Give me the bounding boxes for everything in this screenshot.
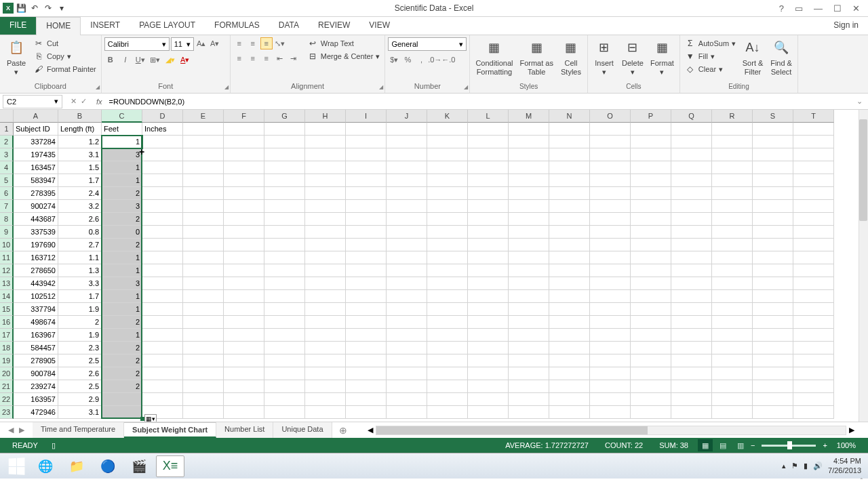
cell-R21[interactable] — [712, 380, 753, 393]
cell-E21[interactable] — [183, 380, 224, 393]
zoom-thumb[interactable] — [787, 441, 792, 449]
sheet-tab-subject-weight-chart[interactable]: Subject Weight Chart — [124, 422, 216, 438]
copy-button[interactable]: ⎘Copy ▾ — [31, 50, 98, 62]
dialog-launcher-icon[interactable]: ◢ — [96, 84, 100, 90]
conditional-formatting-button[interactable]: ▦Conditional Formatting — [473, 37, 515, 78]
paste-button[interactable]: 📋Paste▾ — [3, 37, 30, 78]
cell-K10[interactable] — [427, 239, 468, 251]
cell-M21[interactable] — [509, 380, 549, 393]
cell-O19[interactable] — [590, 354, 631, 367]
cell-S19[interactable] — [753, 354, 793, 367]
cell-K6[interactable] — [427, 187, 468, 200]
col-header-Q[interactable]: Q — [671, 110, 712, 123]
cell-T1[interactable] — [793, 123, 834, 136]
cell-T20[interactable] — [793, 367, 834, 380]
cell-A18[interactable]: 584457 — [14, 342, 58, 354]
cell-L13[interactable] — [468, 277, 509, 290]
sheet-tab-unique-data[interactable]: Unique Data — [273, 422, 332, 438]
cell-C15[interactable]: 1 — [102, 303, 142, 316]
cell-G11[interactable] — [264, 251, 305, 264]
cell-K1[interactable] — [427, 123, 468, 136]
col-header-C[interactable]: C — [102, 110, 142, 123]
cell-A3[interactable]: 197435 — [14, 148, 58, 161]
cell-H4[interactable] — [305, 161, 346, 174]
ribbon-options-icon[interactable]: ▭ — [795, 3, 803, 14]
cell-A14[interactable]: 102512 — [14, 290, 58, 303]
autofill-options-button[interactable]: ▦▾ — [144, 414, 157, 422]
format-as-table-button[interactable]: ▦Format as Table — [517, 37, 556, 78]
col-header-T[interactable]: T — [793, 110, 834, 123]
cell-R8[interactable] — [712, 213, 753, 226]
font-name-select[interactable]: Calibri▾ — [104, 37, 170, 51]
cell-B16[interactable]: 2 — [58, 316, 102, 329]
cell-N7[interactable] — [549, 200, 590, 213]
cell-G17[interactable] — [264, 329, 305, 342]
cell-D10[interactable] — [142, 239, 183, 251]
cell-L22[interactable] — [468, 393, 509, 406]
merge-center-button[interactable]: ⊟Merge & Center ▾ — [305, 50, 382, 62]
col-header-J[interactable]: J — [387, 110, 427, 123]
cell-F22[interactable] — [224, 393, 264, 406]
cell-L11[interactable] — [468, 251, 509, 264]
cell-S20[interactable] — [753, 367, 793, 380]
cell-L3[interactable] — [468, 148, 509, 161]
cell-K4[interactable] — [427, 161, 468, 174]
cell-B22[interactable]: 2.9 — [58, 393, 102, 406]
cell-D9[interactable] — [142, 226, 183, 239]
cell-C6[interactable]: 2 — [102, 187, 142, 200]
cell-C17[interactable]: 1 — [102, 329, 142, 342]
col-header-G[interactable]: G — [264, 110, 305, 123]
cell-L6[interactable] — [468, 187, 509, 200]
cell-L21[interactable] — [468, 380, 509, 393]
cell-B17[interactable]: 1.9 — [58, 329, 102, 342]
ie-icon[interactable]: 🌐 — [31, 455, 60, 477]
dialog-launcher-icon[interactable]: ◢ — [464, 84, 468, 90]
col-header-M[interactable]: M — [509, 110, 549, 123]
italic-button[interactable]: I — [119, 54, 132, 66]
cell-A6[interactable]: 278395 — [14, 187, 58, 200]
cell-A20[interactable]: 900784 — [14, 367, 58, 380]
cell-E9[interactable] — [183, 226, 224, 239]
cell-C4[interactable]: 1 — [102, 161, 142, 174]
zoom-slider[interactable] — [762, 445, 816, 447]
cell-G2[interactable] — [264, 136, 305, 148]
camtasia-icon[interactable]: 🎬 — [125, 455, 153, 477]
cell-O16[interactable] — [590, 316, 631, 329]
cell-C16[interactable]: 2 — [102, 316, 142, 329]
cell-C5[interactable]: 1 — [102, 174, 142, 187]
decrease-decimal-icon[interactable]: ←.0 — [442, 54, 454, 66]
cell-J10[interactable] — [387, 239, 427, 251]
cell-S9[interactable] — [753, 226, 793, 239]
increase-decimal-icon[interactable]: .0→ — [429, 54, 441, 66]
cell-J20[interactable] — [387, 367, 427, 380]
sheet-tab-time-and-temperature[interactable]: Time and Temperature — [33, 422, 124, 438]
cell-I18[interactable] — [346, 342, 387, 354]
cell-B7[interactable]: 3.2 — [58, 200, 102, 213]
cell-A7[interactable]: 900274 — [14, 200, 58, 213]
customize-qat-icon[interactable]: ▾ — [56, 2, 68, 14]
cell-I7[interactable] — [346, 200, 387, 213]
col-header-K[interactable]: K — [427, 110, 468, 123]
cell-styles-button[interactable]: ▦Cell Styles — [557, 37, 585, 78]
cell-Q19[interactable] — [671, 354, 712, 367]
cell-G6[interactable] — [264, 187, 305, 200]
cell-G16[interactable] — [264, 316, 305, 329]
cell-L14[interactable] — [468, 290, 509, 303]
cell-G5[interactable] — [264, 174, 305, 187]
cell-D12[interactable] — [142, 264, 183, 277]
cell-T22[interactable] — [793, 393, 834, 406]
cell-C3[interactable]: 3 — [102, 148, 142, 161]
row-header-14[interactable]: 14 — [0, 290, 14, 303]
cell-T13[interactable] — [793, 277, 834, 290]
maximize-icon[interactable]: ☐ — [833, 3, 842, 14]
cell-E7[interactable] — [183, 200, 224, 213]
cell-F23[interactable] — [224, 406, 264, 419]
cell-L9[interactable] — [468, 226, 509, 239]
cell-G18[interactable] — [264, 342, 305, 354]
cell-E13[interactable] — [183, 277, 224, 290]
select-all-corner[interactable] — [0, 110, 14, 123]
row-header-8[interactable]: 8 — [0, 213, 14, 226]
cell-B3[interactable]: 3.1 — [58, 148, 102, 161]
cell-T23[interactable] — [793, 406, 834, 419]
font-color-button[interactable]: A▾ — [179, 54, 191, 66]
